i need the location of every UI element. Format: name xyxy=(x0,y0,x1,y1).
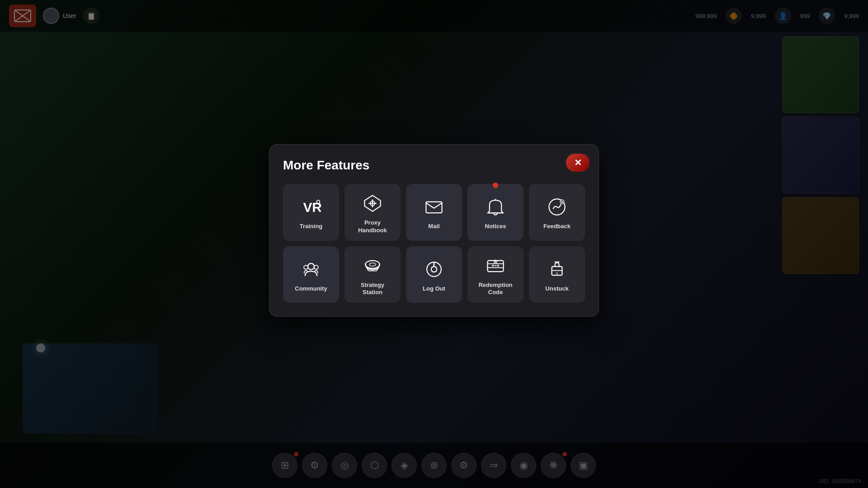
svg-text:VR: VR xyxy=(303,200,321,215)
feedback-label: Feedback xyxy=(543,223,571,230)
more-features-modal: More Features ✕ VR Training xyxy=(269,144,599,317)
notices-label: Notices xyxy=(485,223,506,230)
strategy-station-icon xyxy=(361,254,384,277)
proxy-handbook-label: ProxyHandbook xyxy=(358,219,387,235)
feedback-icon xyxy=(546,196,568,218)
community-icon xyxy=(300,258,322,281)
redemption-code-button[interactable]: RedemptionCode xyxy=(467,246,524,303)
unstuck-button[interactable]: Unstuck xyxy=(529,246,585,303)
unstuck-icon xyxy=(546,258,568,281)
modal-title: More Features xyxy=(283,158,585,173)
features-grid: VR Training ProxyHandbook xyxy=(283,184,585,303)
notices-notification xyxy=(493,183,498,188)
log-out-icon xyxy=(423,258,445,281)
strategy-station-button[interactable]: StrategyStation xyxy=(344,246,401,303)
svg-point-16 xyxy=(304,265,308,269)
svg-point-15 xyxy=(314,265,318,269)
log-out-button[interactable]: Log Out xyxy=(406,246,462,303)
proxy-handbook-icon xyxy=(361,192,384,215)
mail-label: Mail xyxy=(428,223,439,230)
notices-icon xyxy=(484,196,507,218)
feedback-button[interactable]: Feedback xyxy=(529,184,585,241)
community-button[interactable]: Community xyxy=(283,246,339,303)
svg-point-21 xyxy=(369,263,376,266)
unstuck-label: Unstuck xyxy=(545,285,568,293)
svg-point-23 xyxy=(431,267,437,272)
svg-point-17 xyxy=(365,260,380,268)
redemption-code-icon xyxy=(484,254,507,277)
community-label: Community xyxy=(295,285,327,293)
redemption-code-label: RedemptionCode xyxy=(478,282,512,297)
training-icon: VR xyxy=(300,196,322,218)
proxy-handbook-button[interactable]: ProxyHandbook xyxy=(344,184,401,241)
mail-button[interactable]: Mail xyxy=(406,184,462,241)
training-label: Training xyxy=(300,223,323,230)
modal-overlay: More Features ✕ VR Training xyxy=(0,0,868,488)
close-button[interactable]: ✕ xyxy=(566,154,590,172)
log-out-label: Log Out xyxy=(423,285,445,293)
strategy-station-label: StrategyStation xyxy=(361,282,384,297)
svg-rect-7 xyxy=(426,202,442,213)
close-icon: ✕ xyxy=(574,157,582,168)
notices-button[interactable]: Notices xyxy=(467,184,524,241)
training-button[interactable]: VR Training xyxy=(283,184,339,241)
mail-icon xyxy=(423,196,445,218)
svg-point-14 xyxy=(308,263,314,270)
